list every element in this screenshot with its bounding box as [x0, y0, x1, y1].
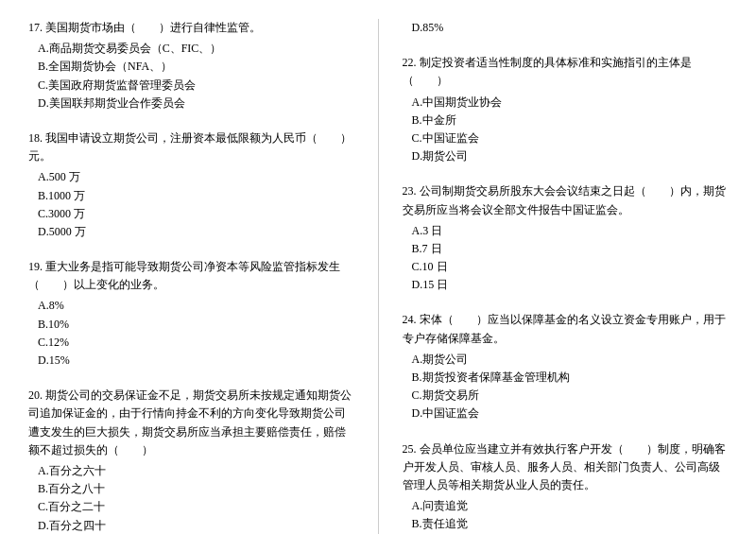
q20-optA: A.百分之六十 — [28, 462, 354, 480]
q19-title: 19. 重大业务是指可能导致期货公司净资本等风险监管指标发生（ ）以上变化的业务… — [28, 258, 354, 294]
q19-optD: D.15% — [28, 352, 354, 370]
question-17: 17. 美国期货市场由（ ）进行自律性监管。 A.商品期货交易委员会（C、FIC… — [28, 19, 354, 112]
q23-title: 23. 公司制期货交易所股东大会会议结束之日起（ ）内，期货交易所应当将会议全部… — [403, 182, 729, 218]
left-column: 17. 美国期货市场由（ ）进行自律性监管。 A.商品期货交易委员会（C、FIC… — [28, 19, 354, 534]
q18-optD: D.5000 万 — [28, 223, 354, 241]
q18-optC: C.3000 万 — [28, 205, 354, 223]
q21-optD: D.85% — [403, 19, 729, 37]
question-21d: D.85% — [403, 19, 729, 37]
q19-optA: A.8% — [28, 297, 354, 315]
q22-optA: A.中国期货业协会 — [403, 94, 729, 112]
q25-optB: B.责任追觉 — [403, 515, 729, 533]
q20-optB: B.百分之八十 — [28, 480, 354, 498]
q24-optA: A.期货公司 — [403, 351, 729, 369]
q22-title: 22. 制定投资者适当性制度的具体标准和实施指引的主体是（ ） — [403, 54, 729, 90]
q23-optC: C.10 日 — [403, 258, 729, 276]
q18-optB: B.1000 万 — [28, 187, 354, 205]
right-column: D.85% 22. 制定投资者适当性制度的具体标准和实施指引的主体是（ ） A.… — [403, 19, 729, 534]
q24-title: 24. 宋体（ ）应当以保障基金的名义设立资金专用账户，用于专户存储保障基金。 — [403, 311, 729, 347]
column-divider — [378, 19, 379, 534]
q22-optB: B.中金所 — [403, 112, 729, 129]
q23-optB: B.7 日 — [403, 240, 729, 258]
q17-optD: D.美国联邦期货业合作委员会 — [28, 95, 354, 112]
q19-optC: C.12% — [28, 334, 354, 352]
question-23: 23. 公司制期货交易所股东大会会议结束之日起（ ）内，期货交易所应当将会议全部… — [403, 182, 729, 294]
question-25: 25. 会员单位应当建立并有效执行客户开发（ ）制度，明确客户开发人员、审核人员… — [403, 440, 729, 534]
question-19: 19. 重大业务是指可能导致期货公司净资本等风险监管指标发生（ ）以上变化的业务… — [28, 258, 354, 370]
q22-optD: D.期货公司 — [403, 147, 729, 165]
q17-optA: A.商品期货交易委员会（C、FIC、） — [28, 40, 354, 58]
q20-optC: C.百分之二十 — [28, 498, 354, 516]
q20-title: 20. 期货公司的交易保证金不足，期货交易所未按规定通知期货公司追加保证金的，由… — [28, 387, 354, 459]
q24-optC: C.期货交易所 — [403, 387, 729, 405]
q20-optD: D.百分之四十 — [28, 517, 354, 535]
q17-optC: C.美国政府期货监督管理委员会 — [28, 77, 354, 95]
q18-optA: A.500 万 — [28, 168, 354, 186]
question-24: 24. 宋体（ ）应当以保障基金的名义设立资金专用账户，用于专户存储保障基金。 … — [403, 311, 729, 422]
q24-optB: B.期货投资者保障基金管理机构 — [403, 369, 729, 387]
q17-optB: B.全国期货协会（NFA、） — [28, 58, 354, 76]
q25-optA: A.问责追觉 — [403, 497, 729, 515]
question-22: 22. 制定投资者适当性制度的具体标准和实施指引的主体是（ ） A.中国期货业协… — [403, 54, 729, 165]
question-20: 20. 期货公司的交易保证金不足，期货交易所未按规定通知期货公司追加保证金的，由… — [28, 387, 354, 534]
q18-title: 18. 我国申请设立期货公司，注册资本最低限额为人民币（ ）元。 — [28, 129, 354, 165]
q22-optC: C.中国证监会 — [403, 129, 729, 147]
q19-optB: B.10% — [28, 316, 354, 334]
q23-optD: D.15 日 — [403, 276, 729, 294]
q24-optD: D.中国证监会 — [403, 405, 729, 422]
q25-title: 25. 会员单位应当建立并有效执行客户开发（ ）制度，明确客户开发人员、审核人员… — [403, 440, 729, 495]
q17-title: 17. 美国期货市场由（ ）进行自律性监管。 — [28, 19, 354, 37]
question-18: 18. 我国申请设立期货公司，注册资本最低限额为人民币（ ）元。 A.500 万… — [28, 129, 354, 241]
q23-optA: A.3 日 — [403, 222, 729, 240]
